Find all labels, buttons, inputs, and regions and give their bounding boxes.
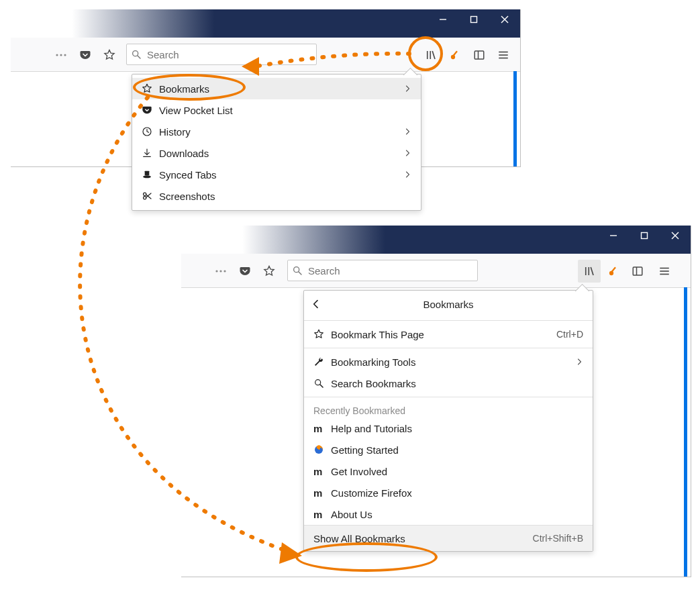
svg-point-4 [56, 54, 58, 56]
svg-line-36 [299, 272, 301, 275]
library-button-active[interactable] [578, 260, 601, 283]
library-button[interactable] [419, 44, 442, 66]
bm-search-bookmarks[interactable]: Search Bookmarks [304, 373, 593, 394]
synced-tabs-icon [142, 169, 156, 180]
firefox-icon [313, 444, 328, 455]
sidebar-toggle-button[interactable] [626, 260, 649, 283]
library-menu-item-history-label: History [156, 126, 403, 138]
search-input[interactable] [146, 48, 312, 61]
svg-point-22 [143, 175, 151, 178]
recent-help-and-tutorials-label: Help and Tutorials [328, 423, 583, 434]
hamburger-menu-button[interactable] [492, 44, 515, 66]
bookmark-this-page-item[interactable]: Bookmark This PageCtrl+D [304, 324, 593, 345]
library-menu-item-screenshots[interactable]: Screenshots [132, 185, 421, 207]
page-actions-button[interactable] [209, 260, 232, 283]
wrench-icon [313, 356, 328, 367]
sidebar-toggle-button[interactable] [468, 44, 491, 66]
window2-titlebar [181, 226, 691, 254]
window1-toolbar [11, 38, 520, 72]
mozilla-icon: m [313, 488, 328, 498]
window1-maximize-button[interactable] [458, 9, 489, 30]
library-menu-item-view-pocket-list[interactable]: View Pocket List [132, 99, 421, 121]
svg-point-25 [144, 197, 146, 199]
window2-maximize-button[interactable] [629, 226, 660, 246]
key-credential-button[interactable] [444, 44, 466, 66]
bookmark-star-button[interactable] [98, 44, 121, 66]
recent-about-us[interactable]: mAbout Us [304, 503, 593, 525]
recent-getting-started[interactable]: Getting Started [304, 439, 593, 460]
chevron-right-icon [403, 149, 411, 157]
bm-search-bookmarks-label: Search Bookmarks [328, 378, 583, 389]
search-box[interactable] [287, 260, 478, 281]
recent-help-and-tutorials[interactable]: mHelp and Tutorials [304, 417, 593, 439]
svg-point-7 [133, 51, 138, 56]
chevron-right-icon [403, 85, 411, 93]
recent-getting-started-label: Getting Started [328, 444, 583, 456]
recently-bookmarked-label: Recently Bookmarked [304, 400, 593, 417]
search-input[interactable] [307, 264, 473, 277]
clock-icon [142, 126, 156, 137]
svg-point-32 [215, 270, 217, 272]
window1-titlebar [11, 9, 520, 38]
bm-bookmarking-tools-label: Bookmarking Tools [328, 356, 575, 368]
bookmarks-menu-header: Bookmarks [304, 291, 593, 317]
magnifier-icon [131, 49, 142, 60]
recent-get-involved-label: Get Involved [328, 466, 583, 477]
svg-line-11 [432, 51, 435, 59]
library-menu-item-screenshots-label: Screenshots [156, 191, 411, 202]
bookmark-this-page-item-shortcut: Ctrl+D [556, 329, 583, 340]
recent-customize-firefox-label: Customize Firefox [328, 487, 583, 499]
mozilla-icon: m [313, 509, 328, 520]
back-button[interactable] [311, 291, 321, 317]
library-menu-item-history[interactable]: History [132, 121, 421, 142]
window2-toolbar [181, 254, 691, 288]
svg-line-8 [138, 56, 140, 58]
star-outline-icon [313, 329, 328, 340]
svg-rect-13 [452, 51, 458, 56]
pocket-button[interactable] [234, 260, 256, 283]
svg-rect-29 [642, 233, 648, 239]
pocket-icon [142, 105, 156, 115]
svg-line-48 [320, 385, 323, 387]
window2-minimize-button[interactable] [598, 226, 629, 246]
page-actions-button[interactable] [50, 44, 72, 66]
library-menu-item-downloads[interactable]: Downloads [132, 142, 421, 164]
window2-close-button[interactable] [660, 226, 691, 246]
mozilla-icon: m [313, 466, 328, 477]
svg-point-33 [219, 270, 221, 272]
svg-rect-1 [471, 17, 477, 23]
pocket-button[interactable] [74, 44, 97, 66]
window1-minimize-button[interactable] [428, 9, 458, 30]
svg-point-5 [60, 54, 62, 56]
library-menu-item-bookmarks-label: Bookmarks [156, 83, 403, 95]
bookmarks-dropdown-menu: Bookmarks Bookmark This PageCtrl+D Bookm… [303, 290, 593, 552]
recent-customize-firefox[interactable]: mCustomize Firefox [304, 482, 593, 503]
key-credential-button[interactable] [602, 260, 625, 283]
svg-rect-41 [611, 267, 616, 273]
svg-rect-42 [633, 267, 642, 275]
bookmarks-menu-title: Bookmarks [423, 299, 473, 310]
svg-line-39 [591, 267, 593, 275]
show-all-bookmarks-item[interactable]: Show All Bookmarks Ctrl+Shift+B [304, 525, 593, 551]
library-dropdown-menu: BookmarksView Pocket ListHistoryDownload… [132, 74, 421, 211]
library-menu-item-synced-tabs-label: Synced Tabs [156, 169, 403, 181]
bm-bookmarking-tools[interactable]: Bookmarking Tools [304, 351, 593, 373]
recent-get-involved[interactable]: mGet Involved [304, 460, 593, 482]
svg-point-6 [64, 54, 66, 56]
mozilla-icon: m [313, 424, 328, 434]
bookmark-star-button[interactable] [258, 260, 281, 283]
hamburger-menu-button[interactable] [653, 260, 676, 283]
window1-close-button[interactable] [489, 9, 520, 30]
svg-point-34 [223, 270, 226, 272]
magnifier-icon [292, 265, 303, 276]
search-box[interactable] [126, 44, 317, 65]
show-all-bookmarks-shortcut: Ctrl+Shift+B [533, 533, 583, 544]
svg-point-24 [144, 193, 146, 195]
library-menu-item-synced-tabs[interactable]: Synced Tabs [132, 164, 421, 185]
magnifier-icon [313, 378, 328, 389]
library-menu-item-bookmarks[interactable]: Bookmarks [132, 78, 421, 99]
screenshots-icon [142, 191, 156, 201]
library-menu-item-downloads-label: Downloads [156, 148, 403, 159]
recent-about-us-label: About Us [328, 509, 583, 520]
svg-rect-14 [474, 51, 484, 59]
